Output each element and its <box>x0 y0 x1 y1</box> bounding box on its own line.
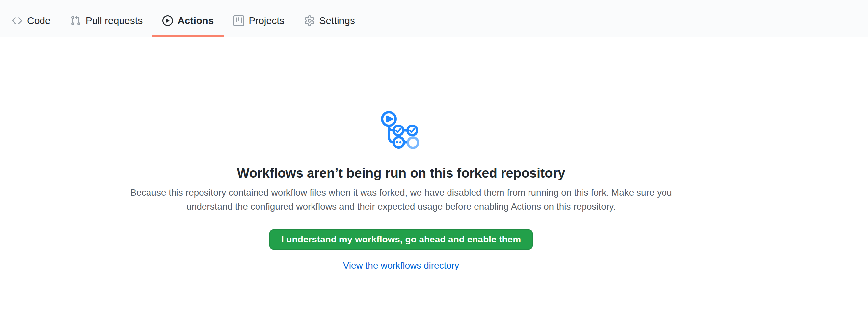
enable-workflows-button[interactable]: I understand my workflows, go ahead and … <box>269 229 533 250</box>
repo-tab-nav: Code Pull requests Actions Projects Sett… <box>0 0 868 37</box>
tab-settings-label: Settings <box>319 16 355 26</box>
page-title: Workflows aren’t being run on this forke… <box>0 166 802 181</box>
blankslate-description: Because this repository contained workfl… <box>121 186 681 214</box>
tab-actions[interactable]: Actions <box>152 0 224 37</box>
tab-projects-label: Projects <box>249 16 284 26</box>
tab-settings[interactable]: Settings <box>294 0 365 37</box>
project-board-icon <box>234 15 244 26</box>
tab-code-label: Code <box>27 16 51 26</box>
tab-code[interactable]: Code <box>2 0 61 37</box>
tab-pull-requests-label: Pull requests <box>86 16 143 26</box>
tab-pull-requests[interactable]: Pull requests <box>61 0 152 37</box>
workflow-graph-icon <box>381 111 421 149</box>
actions-blankslate: Workflows aren’t being run on this forke… <box>0 37 868 271</box>
tab-projects[interactable]: Projects <box>224 0 294 37</box>
tab-actions-label: Actions <box>178 16 214 26</box>
view-workflows-directory-link[interactable]: View the workflows directory <box>343 260 459 271</box>
play-circle-icon <box>162 15 173 26</box>
code-icon <box>12 15 22 26</box>
gear-icon <box>304 15 315 26</box>
git-pull-request-icon <box>70 15 81 26</box>
